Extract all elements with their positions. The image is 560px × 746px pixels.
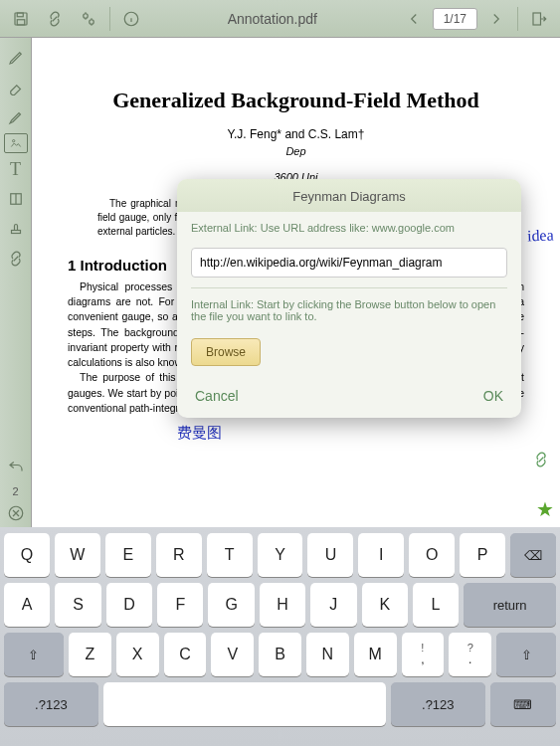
key-y[interactable]: Y — [258, 533, 303, 577]
svg-rect-9 — [11, 231, 20, 234]
paper-authors: Y.J. Feng* and C.S. Lam† — [68, 127, 524, 141]
comma-key[interactable]: !, — [402, 633, 445, 676]
svg-rect-6 — [533, 13, 541, 25]
key-u[interactable]: U — [307, 533, 353, 577]
external-link-hint: External Link: Use URL address like: www… — [177, 212, 521, 244]
link-edit-popup: Feynman Diagrams External Link: Use URL … — [177, 179, 521, 418]
key-g[interactable]: G — [208, 583, 254, 627]
pen-tool[interactable] — [2, 44, 30, 72]
book-tool[interactable] — [2, 185, 30, 213]
exit-button[interactable] — [524, 4, 554, 34]
svg-point-4 — [90, 19, 94, 24]
svg-point-7 — [12, 140, 14, 142]
key-h[interactable]: H — [260, 583, 305, 627]
tool-sidebar: T 2 — [0, 38, 32, 527]
top-toolbar: Annotation.pdf 1/17 — [0, 0, 560, 38]
prev-page-button[interactable] — [399, 4, 429, 34]
document-title: Annotation.pdf — [150, 11, 395, 27]
key-p[interactable]: P — [460, 533, 505, 577]
link-annotation-icon[interactable] — [532, 451, 554, 472]
key-t[interactable]: T — [207, 533, 253, 577]
eraser-tool[interactable] — [2, 74, 30, 101]
hide-keyboard-key[interactable]: ⌨ — [490, 682, 556, 726]
key-l[interactable]: L — [413, 583, 459, 627]
on-screen-keyboard: QWERTYUIOP⌫ ASDFGHJKLreturn ⇧ZXCVBNM!,?.… — [0, 527, 560, 746]
mode-key[interactable]: .?123 — [4, 682, 98, 726]
save-button[interactable] — [6, 4, 36, 34]
key-f[interactable]: F — [157, 583, 203, 627]
cancel-button[interactable]: Cancel — [195, 388, 239, 404]
ok-button[interactable]: OK — [483, 388, 503, 404]
key-d[interactable]: D — [106, 583, 152, 627]
svg-point-3 — [84, 13, 89, 18]
key-w[interactable]: W — [55, 533, 100, 577]
url-input[interactable] — [191, 248, 507, 278]
handwriting-annotation[interactable]: 费曼图 — [177, 424, 222, 443]
svg-rect-2 — [17, 19, 25, 24]
popup-title: Feynman Diagrams — [177, 179, 521, 212]
key-k[interactable]: K — [362, 583, 408, 627]
star-annotation-icon[interactable]: ★ — [536, 497, 554, 521]
key-e[interactable]: E — [105, 533, 151, 577]
key-i[interactable]: I — [358, 533, 404, 577]
key-m[interactable]: M — [354, 633, 397, 676]
return-key[interactable]: return — [464, 583, 556, 627]
space-key[interactable] — [103, 682, 386, 726]
key-b[interactable]: B — [259, 633, 301, 676]
shift-key[interactable]: ⇧ — [4, 633, 64, 676]
key-a[interactable]: A — [4, 583, 50, 627]
key-o[interactable]: O — [409, 533, 455, 577]
browse-button[interactable]: Browse — [191, 338, 261, 366]
stamp-tool[interactable] — [2, 215, 30, 243]
key-n[interactable]: N — [306, 633, 349, 676]
page-indicator[interactable]: 1/17 — [433, 8, 477, 30]
key-r[interactable]: R — [156, 533, 202, 577]
key-s[interactable]: S — [55, 583, 100, 627]
next-page-button[interactable] — [481, 4, 511, 34]
mode-key-right[interactable]: .?123 — [391, 682, 485, 726]
backspace-key[interactable]: ⌫ — [510, 533, 556, 577]
image-tool[interactable] — [4, 133, 28, 153]
info-button[interactable] — [116, 4, 146, 34]
key-x[interactable]: X — [116, 633, 159, 676]
period-key[interactable]: ?. — [449, 633, 491, 676]
internal-link-hint: Internal Link: Start by clicking the Bro… — [177, 288, 521, 332]
settings-button[interactable] — [74, 4, 103, 34]
key-q[interactable]: Q — [4, 533, 50, 577]
key-c[interactable]: C — [164, 633, 207, 676]
paper-title: Generalized Background-Field Method — [68, 88, 524, 113]
undo-count: 2 — [12, 485, 18, 497]
key-v[interactable]: V — [211, 633, 254, 676]
text-tool[interactable]: T — [2, 155, 30, 183]
undo-button[interactable] — [2, 456, 30, 483]
clear-button[interactable] — [2, 499, 30, 527]
key-j[interactable]: J — [310, 583, 356, 627]
shift-key-right[interactable]: ⇧ — [496, 633, 556, 676]
highlighter-tool[interactable] — [2, 103, 30, 131]
link-button[interactable] — [40, 4, 70, 34]
handwriting-annotation[interactable]: idea — [527, 227, 554, 246]
key-z[interactable]: Z — [69, 633, 111, 676]
svg-rect-1 — [17, 13, 23, 17]
link-tool[interactable] — [2, 245, 30, 273]
